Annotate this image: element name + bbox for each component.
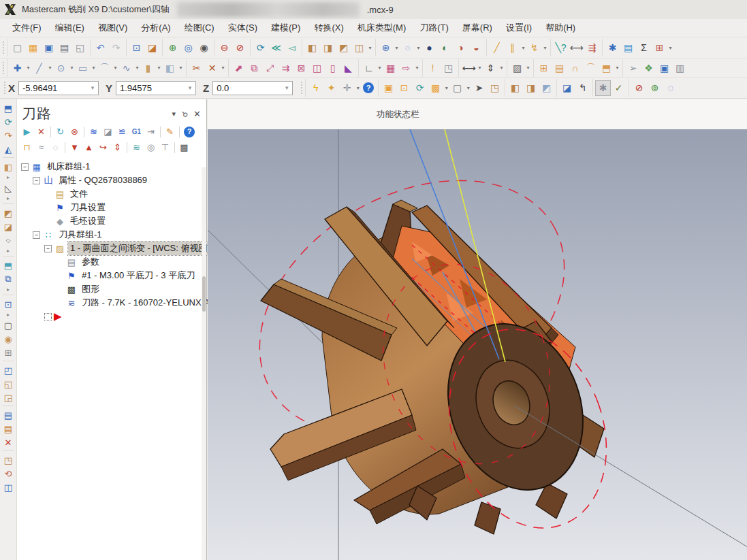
fit-screen-button[interactable]: ⊡ bbox=[129, 40, 144, 56]
tree-files-label[interactable]: 文件 bbox=[68, 187, 90, 201]
trim-entity-button[interactable]: ✂ bbox=[189, 60, 204, 76]
pan-gview-button[interactable]: ◅ bbox=[284, 40, 300, 56]
body-compare-expand[interactable]: ▸ bbox=[1, 286, 16, 293]
solid-back-select-button[interactable]: ◩ bbox=[539, 80, 554, 96]
axis-coordinate-button-caret[interactable]: ▾ bbox=[377, 65, 383, 71]
new-file-button[interactable]: ▢ bbox=[10, 40, 25, 56]
y-dropdown-caret[interactable]: ▼ bbox=[185, 85, 195, 91]
rotate-gview-button[interactable]: ⟳ bbox=[253, 40, 268, 56]
pattern-grid-button[interactable]: ▦ bbox=[383, 60, 398, 76]
xform-deform-button[interactable]: ◣ bbox=[340, 60, 356, 76]
post-g1-button[interactable]: G1 bbox=[129, 125, 144, 138]
rotate-stock-icon[interactable]: ⟲ bbox=[1, 467, 16, 480]
select-all-operations-button[interactable]: ▶ bbox=[20, 125, 34, 138]
tree-geometry-label[interactable]: 图形 bbox=[80, 282, 101, 296]
gnomon-select-button[interactable]: ✛ bbox=[339, 80, 355, 96]
panel-pin-button[interactable]: ⚲ bbox=[180, 109, 190, 119]
verify-button[interactable]: ◪ bbox=[101, 125, 115, 138]
shaded-view-icon[interactable]: ◧ bbox=[1, 160, 16, 174]
create-line-button-caret[interactable]: ▾ bbox=[47, 65, 53, 71]
surface-net-button[interactable]: ⊞ bbox=[536, 60, 552, 76]
delete-entity-icon[interactable]: ✕ bbox=[1, 435, 16, 449]
window-select-button[interactable]: ▢ bbox=[449, 80, 465, 96]
select-last-button[interactable]: ▣ bbox=[381, 80, 396, 96]
menu-item-8[interactable]: 转换(X) bbox=[307, 19, 350, 37]
tree-stock-setup-label[interactable]: 毛坯设置 bbox=[68, 214, 108, 228]
blank-entity-button[interactable]: ! bbox=[425, 60, 441, 76]
xform-copy-button[interactable]: ⧉ bbox=[247, 60, 262, 76]
trim-divide-button[interactable]: ✕ bbox=[204, 60, 220, 76]
surface-swept-button[interactable]: ⌒ bbox=[583, 60, 599, 76]
create-primitive-button[interactable]: ▮ bbox=[140, 60, 156, 76]
note-create-button[interactable]: ◳ bbox=[441, 60, 456, 76]
solids-manager-icon[interactable]: ⟳ bbox=[1, 115, 16, 129]
menu-item-5[interactable]: 绘图(C) bbox=[178, 19, 221, 37]
dynamic-gview-button[interactable]: ≪ bbox=[268, 40, 284, 56]
enter-part-icon[interactable]: ◱ bbox=[1, 377, 16, 391]
create-fillet-button-caret[interactable]: ▾ bbox=[112, 65, 118, 71]
tree-machine-group-expander[interactable]: − bbox=[21, 163, 29, 171]
mask-extra-button[interactable]: ◌ bbox=[663, 80, 678, 96]
stock-verify-button[interactable]: ❖ bbox=[641, 60, 656, 76]
zoom-out-half-button[interactable]: ⊘ bbox=[232, 40, 248, 56]
shade-dark-button[interactable]: ● bbox=[422, 40, 437, 56]
quickmask-button[interactable]: ▩ bbox=[428, 80, 443, 96]
undo-button[interactable]: ↶ bbox=[93, 40, 108, 56]
menu-item-12[interactable]: 设置(I) bbox=[499, 19, 539, 37]
body-compare-icon[interactable]: ⧉ bbox=[1, 272, 16, 286]
move-insert-button[interactable]: ↪ bbox=[96, 141, 110, 154]
system-config-button[interactable]: ✱ bbox=[605, 40, 620, 56]
redo-button[interactable]: ↷ bbox=[108, 40, 124, 56]
hatch-button-caret[interactable]: ▾ bbox=[525, 65, 531, 71]
create-primitive-button-caret[interactable]: ▾ bbox=[156, 65, 162, 71]
translucent-view-icon[interactable]: ◪ bbox=[1, 220, 16, 233]
analyze-chain-button[interactable]: ⇶ bbox=[584, 40, 600, 56]
tree-insert-marker[interactable]: ▶ bbox=[44, 310, 206, 323]
menu-item-2[interactable]: 编辑(E) bbox=[48, 19, 91, 37]
analyze-entity-button[interactable]: ╲? bbox=[553, 40, 569, 56]
shade-none-button-caret[interactable]: ▾ bbox=[415, 45, 422, 51]
tree-operation-1-expander[interactable]: − bbox=[44, 245, 52, 252]
save-button[interactable]: ▣ bbox=[41, 40, 57, 56]
planes-manager-icon[interactable]: ↷ bbox=[1, 129, 16, 142]
tree-tool[interactable]: ⚑#1 - M3.00 平底刀 - 3 平底刀 bbox=[56, 269, 206, 282]
stock-display-icon[interactable]: ⬒ bbox=[1, 259, 16, 272]
toolpath-group-view-button[interactable]: ▩ bbox=[177, 141, 191, 154]
z-coordinate-input[interactable] bbox=[213, 83, 281, 93]
select-none-operations-button[interactable]: ✕ bbox=[34, 125, 48, 138]
quickmask-button-caret[interactable]: ▾ bbox=[443, 85, 449, 91]
panel-collapse-button[interactable]: ▾ bbox=[172, 110, 176, 118]
shaded-view-expand[interactable]: ▸ bbox=[1, 174, 16, 181]
open-file-button[interactable]: ▦ bbox=[25, 40, 41, 56]
tree-properties[interactable]: −山属性 - QQ2678038869 bbox=[33, 174, 206, 187]
nesting-button[interactable]: ⇨ bbox=[398, 60, 414, 76]
cursor-cube-icon[interactable]: ◰ bbox=[1, 363, 16, 377]
zoom-part-icon[interactable]: ◉ bbox=[1, 332, 16, 346]
multi-window-button-caret[interactable]: ▾ bbox=[667, 45, 673, 51]
print-button[interactable]: ▤ bbox=[57, 40, 72, 56]
machine-def-button[interactable]: ▥ bbox=[672, 60, 688, 76]
move-down-button[interactable]: ▼ bbox=[67, 141, 82, 154]
xform-translate-button[interactable]: ⬈ bbox=[231, 60, 247, 76]
create-spline-button-caret[interactable]: ▾ bbox=[134, 65, 140, 71]
sigma-statistics-button[interactable]: Σ bbox=[636, 40, 652, 56]
attribute-set-button-caret[interactable]: ▾ bbox=[542, 45, 548, 51]
ghost-operations-button[interactable]: ◌ bbox=[48, 141, 63, 154]
tree-geometry[interactable]: ▩图形 bbox=[56, 282, 206, 296]
undo-selection-button[interactable]: ↰ bbox=[575, 80, 590, 96]
menu-item-9[interactable]: 机床类型(M) bbox=[351, 19, 413, 37]
validate-selection-button[interactable]: ✓ bbox=[611, 80, 626, 96]
move-up-button[interactable]: ▲ bbox=[82, 141, 96, 154]
report-button[interactable]: ▤ bbox=[620, 40, 636, 56]
gview-iso-button[interactable]: ◧ bbox=[304, 40, 320, 56]
menu-item-10[interactable]: 刀路(T) bbox=[413, 19, 456, 37]
tree-parameters-label[interactable]: 参数 bbox=[80, 255, 101, 269]
tree-operation-1-label[interactable]: 1 - 两曲面之间渐变 - [WCS: 俯视图] bbox=[68, 242, 212, 255]
attribute-style-button-caret[interactable]: ▾ bbox=[520, 45, 526, 51]
create-rectangle-button-caret[interactable]: ▾ bbox=[91, 65, 97, 71]
regen-selected-button[interactable]: ↻ bbox=[53, 125, 67, 138]
wcs-globe-button[interactable]: ⊛ bbox=[378, 40, 394, 56]
hatch-button[interactable]: ▨ bbox=[509, 60, 525, 76]
solid-face-select-button[interactable]: ◳ bbox=[487, 80, 503, 96]
tree-properties-label[interactable]: 属性 - QQ2678038869 bbox=[57, 174, 149, 187]
